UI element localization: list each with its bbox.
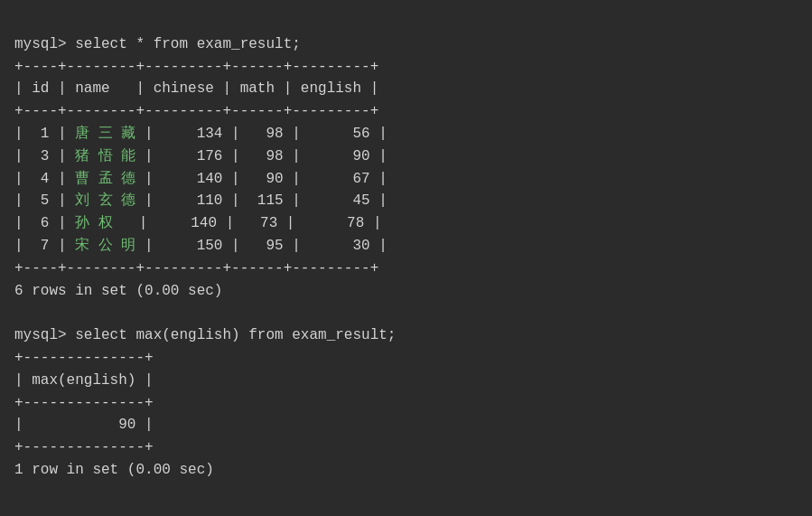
terminal-output: mysql> select * from exam_result; +----+… — [14, 11, 798, 482]
table-row-1: | 1 | 唐 三 藏 | 134 | 98 | 56 | — [14, 126, 387, 142]
table-row-2: | 3 | 猪 悟 能 | 176 | 98 | 90 | — [14, 148, 387, 164]
table2-header: | max(english) | — [14, 372, 154, 389]
table-row-3: | 4 | 曹 孟 德 | 140 | 90 | 67 | — [14, 171, 387, 187]
table-border-header: +----+--------+---------+------+--------… — [14, 103, 378, 119]
table2-border-header: +--------------+ — [14, 395, 154, 411]
table-row-6: | 7 | 宋 公 明 | 150 | 95 | 30 | — [14, 238, 387, 254]
prompt-line-1: mysql> select * from exam_result; — [14, 36, 301, 52]
table2-border-bottom: +--------------+ — [14, 439, 154, 455]
table-border-bottom: +----+--------+---------+------+--------… — [14, 260, 378, 277]
table-row-4: | 5 | 刘 玄 德 | 110 | 115 | 45 | — [14, 192, 387, 209]
result-count-1: 6 rows in set (0.00 sec) — [14, 283, 222, 299]
table2-row-1: | 90 | — [14, 417, 154, 433]
table-border-top: +----+--------+---------+------+--------… — [14, 59, 378, 75]
result-count-2: 1 row in set (0.00 sec) — [14, 462, 214, 478]
prompt-line-2: mysql> select max(english) from exam_res… — [14, 327, 396, 343]
table-row-5: | 6 | 孙 权 | 140 | 73 | 78 | — [14, 215, 381, 231]
table2-border-top: +--------------+ — [14, 350, 154, 366]
table-header: | id | name | chinese | math | english | — [14, 80, 378, 97]
